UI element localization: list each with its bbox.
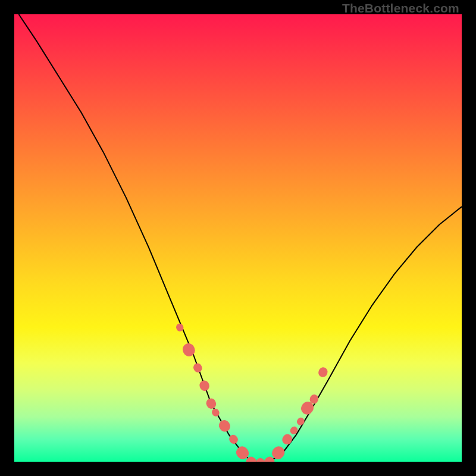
- marker-point: [256, 458, 264, 462]
- marker-group: [175, 322, 328, 462]
- marker-point: [317, 366, 328, 378]
- outer-frame: TheBottleneck.com: [0, 0, 476, 476]
- marker-point: [280, 433, 294, 447]
- bottleneck-curve: [19, 14, 462, 462]
- marker-point: [296, 416, 306, 427]
- marker-point: [198, 379, 211, 392]
- watermark-text: TheBottleneck.com: [342, 1, 459, 15]
- marker-point: [192, 362, 203, 374]
- marker-point: [181, 342, 197, 358]
- plot-area: [14, 14, 462, 462]
- marker-point: [211, 408, 221, 418]
- marker-point: [205, 397, 218, 410]
- marker-point: [289, 425, 299, 436]
- marker-point: [217, 418, 232, 434]
- chart-svg: [14, 14, 462, 462]
